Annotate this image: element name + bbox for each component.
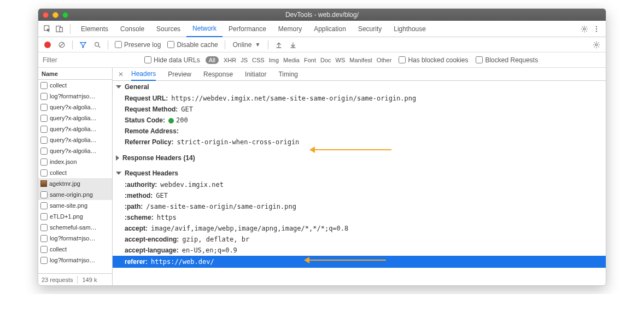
referrer-policy-key: Referrer Policy: (125, 138, 173, 146)
filter-type-manifest[interactable]: Manifest (348, 57, 374, 63)
import-har-icon[interactable] (273, 41, 285, 49)
request-row-checkbox[interactable] (40, 224, 48, 231)
request-row[interactable]: log?format=jso… (38, 233, 112, 244)
request-row[interactable]: query?x-algolia… (38, 113, 112, 124)
preserve-log-checkbox[interactable]: Preserve log (113, 41, 163, 49)
close-details-icon[interactable]: ✕ (118, 70, 124, 78)
details-tab-response[interactable]: Response (203, 68, 233, 81)
request-row-checkbox[interactable] (40, 93, 48, 100)
request-name: query?x-algolia… (50, 137, 97, 143)
request-row-checkbox[interactable] (40, 202, 48, 209)
name-column-header[interactable]: Name (38, 68, 112, 80)
top-tab-memory[interactable]: Memory (272, 21, 308, 37)
disclosure-triangle-icon (116, 85, 121, 89)
request-row-checkbox[interactable] (40, 104, 48, 111)
top-tab-security[interactable]: Security (352, 21, 388, 37)
network-settings-gear-icon[interactable] (590, 41, 602, 49)
request-row-checkbox[interactable] (40, 235, 48, 242)
request-row[interactable]: same-site.png (38, 200, 112, 211)
device-toolbar-icon[interactable] (54, 23, 66, 35)
request-header-row: :scheme:https (113, 212, 606, 223)
request-header-row: accept-language:en-US,en;q=0.9 (113, 245, 606, 256)
request-header-row: :path:/same-site-same-origin/same-origin… (113, 201, 606, 212)
filter-type-js[interactable]: JS (239, 57, 249, 63)
search-icon[interactable] (91, 41, 103, 49)
request-headers-section-header[interactable]: Request Headers (113, 167, 606, 179)
inspect-element-icon[interactable] (42, 23, 54, 35)
top-tab-lighthouse[interactable]: Lighthouse (388, 21, 432, 37)
top-tab-application[interactable]: Application (308, 21, 352, 37)
request-row-checkbox[interactable] (40, 158, 48, 166)
request-method-key: Request Method: (125, 105, 178, 113)
request-row-checkbox[interactable] (40, 148, 48, 155)
throttling-label: Online (233, 41, 252, 49)
network-toolbar: Preserve log Disable cache Online ▼ (38, 37, 606, 52)
request-row-checkbox[interactable] (40, 126, 48, 133)
filter-type-ws[interactable]: WS (334, 57, 347, 63)
response-headers-title: Response Headers (14) (122, 154, 195, 162)
request-name: collect (50, 82, 67, 89)
request-row[interactable]: collect (38, 80, 112, 91)
record-button[interactable] (42, 42, 54, 48)
clear-icon[interactable] (56, 41, 68, 49)
top-tab-performance[interactable]: Performance (223, 21, 272, 37)
filter-type-img[interactable]: Img (267, 57, 280, 63)
request-header-row: accept:image/avif,image/webp,image/apng,… (113, 223, 606, 234)
request-row-checkbox[interactable] (40, 169, 48, 177)
request-row[interactable]: log?format=jso… (38, 91, 112, 102)
export-har-icon[interactable] (287, 41, 299, 49)
request-row-checkbox[interactable] (40, 257, 48, 264)
request-row[interactable]: query?x-algolia… (38, 102, 112, 113)
request-row[interactable]: same-origin.png (38, 189, 112, 200)
has-blocked-cookies-checkbox[interactable]: Has blocked cookies (396, 56, 470, 64)
filter-type-media[interactable]: Media (282, 57, 301, 63)
filter-type-all[interactable]: All (206, 56, 219, 64)
top-tab-elements[interactable]: Elements (75, 21, 114, 37)
request-row[interactable]: eTLD+1.png (38, 211, 112, 222)
filter-type-font[interactable]: Font (302, 57, 318, 63)
details-tab-preview[interactable]: Preview (168, 68, 191, 81)
request-row[interactable]: collect (38, 244, 112, 255)
titlebar: DevTools - web.dev/blog/ (38, 9, 606, 21)
details-tab-initiator[interactable]: Initiator (245, 68, 266, 81)
details-tab-timing[interactable]: Timing (278, 68, 298, 81)
general-section-header[interactable]: General (113, 81, 606, 93)
request-row[interactable]: collect (38, 167, 112, 178)
hide-data-urls-checkbox[interactable]: Hide data URLs (142, 56, 202, 64)
header-key: accept-language: (125, 246, 179, 254)
top-tab-sources[interactable]: Sources (150, 21, 186, 37)
request-header-row: accept-encoding:gzip, deflate, br (113, 234, 606, 245)
request-row-checkbox[interactable] (40, 246, 48, 253)
blocked-requests-checkbox[interactable]: Blocked Requests (473, 56, 540, 64)
request-row[interactable]: query?x-algolia… (38, 124, 112, 134)
filter-type-doc[interactable]: Doc (319, 57, 333, 63)
request-row-checkbox[interactable] (40, 137, 48, 144)
filter-type-other[interactable]: Other (375, 57, 394, 63)
request-row[interactable]: query?x-algolia… (38, 145, 112, 156)
request-row[interactable]: log?format=jso… (38, 255, 112, 266)
settings-gear-icon[interactable] (578, 23, 590, 35)
details-tab-headers[interactable]: Headers (131, 68, 156, 81)
request-row-checkbox[interactable] (40, 213, 48, 220)
request-row[interactable]: schemeful-sam… (38, 222, 112, 233)
request-row-checkbox[interactable] (40, 191, 48, 198)
request-row[interactable]: query?x-algolia… (38, 134, 112, 145)
request-row-checkbox[interactable] (40, 82, 48, 89)
kebab-menu-icon[interactable] (590, 23, 602, 35)
request-row-checkbox[interactable] (40, 115, 48, 122)
request-row[interactable]: agektmr.jpg (38, 178, 112, 189)
filter-type-css[interactable]: CSS (250, 57, 266, 63)
referrer-policy-value: strict-origin-when-cross-origin (177, 138, 299, 146)
request-name: collect (50, 246, 67, 252)
svg-line-10 (98, 45, 101, 48)
filter-input[interactable] (38, 55, 139, 66)
filter-type-xhr[interactable]: XHR (222, 57, 238, 63)
request-name: index.json (50, 158, 77, 165)
top-tab-network[interactable]: Network (186, 21, 223, 37)
throttling-select[interactable]: Online ▼ (230, 41, 264, 49)
top-tab-console[interactable]: Console (114, 21, 150, 37)
filter-icon[interactable] (77, 41, 89, 49)
response-headers-section-header[interactable]: Response Headers (14) (113, 152, 606, 164)
disable-cache-checkbox[interactable]: Disable cache (165, 41, 220, 49)
request-row[interactable]: index.json (38, 156, 112, 167)
